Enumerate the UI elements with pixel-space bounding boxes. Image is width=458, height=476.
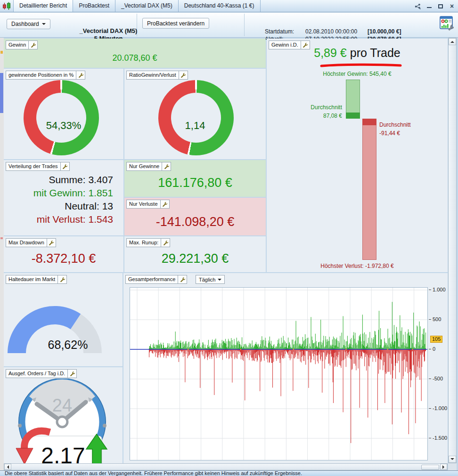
win-pct-wrench-button[interactable] [76, 71, 85, 79]
max-runup-value: 29.221,30 € [124, 251, 266, 266]
dashboard-label: Dashboard [11, 21, 39, 27]
scroll-left-button[interactable] [4, 464, 11, 470]
horizontal-scroll-thumb[interactable] [421, 465, 439, 470]
nur-gewinne-wrench-button[interactable] [162, 162, 171, 170]
haltedauer-title: Haltedauer im Markt [6, 275, 57, 283]
y-axis-tick [429, 408, 431, 409]
gesamtperformance-wrench-button[interactable] [178, 275, 187, 283]
gain-bars [149, 302, 426, 349]
candlestick-chart-icon [0, 0, 13, 12]
haltedauer-wrench-button[interactable] [57, 275, 66, 283]
period-dropdown[interactable]: Täglich [196, 275, 225, 284]
change-backtest-button[interactable]: ProBacktest verändern [142, 18, 209, 29]
y-axis-tick-label: 500 [433, 316, 441, 322]
y-axis-tick [429, 319, 431, 320]
scroll-up-button[interactable] [449, 38, 456, 45]
neutral-mark [387, 349, 388, 350]
wrench-icon [62, 164, 67, 169]
gewinn-title: Gewinn [6, 41, 28, 49]
gewinn-wrench-button[interactable] [28, 41, 37, 49]
ratio-header: RatioGewinn/Verlust [126, 71, 188, 80]
triangle-right-icon [442, 465, 446, 469]
ratio-wrench-button[interactable] [179, 71, 188, 79]
triangle-down-icon [450, 458, 454, 462]
wrench-icon [162, 202, 167, 207]
background-marker [0, 51, 3, 54]
window-controls: × [415, 0, 455, 12]
performance-bars-chart [130, 288, 427, 460]
max-runup-wrench-button[interactable] [161, 239, 170, 247]
nur-gewinne-title: Nur Gewinne [127, 162, 162, 170]
start-datetime: 02.08.2010 00:00:00 [305, 28, 368, 35]
wrench-icon [180, 277, 185, 282]
nur-verluste-header: Nur Verluste [126, 200, 170, 209]
tab-vectorial-dax[interactable]: _Vectorial DAX (M5) [115, 0, 179, 12]
wrench-icon [163, 240, 168, 245]
wrench-icon [60, 277, 65, 282]
orders-wrench-button[interactable] [67, 370, 76, 378]
y-axis-tick-label: -1.500 [433, 435, 447, 441]
background-window-edge [0, 38, 4, 470]
wrench-icon [303, 42, 308, 48]
avg-loss-label: Durchschnitt [379, 121, 411, 128]
background-marker2 [0, 237, 3, 239]
avg-win-label: Durchschnitt [311, 104, 342, 111]
gewinn-id-title: Gewinn i.D. [269, 41, 301, 49]
maximize-button[interactable] [437, 3, 444, 9]
share-icon[interactable] [415, 3, 421, 9]
close-button[interactable]: × [449, 3, 455, 9]
minimize-button[interactable] [426, 3, 433, 9]
y-axis-tick-label: -500 [433, 376, 443, 381]
current-value-marker: 105 [430, 336, 442, 343]
panel-ratio: RatioGewinn/Verlust 1,14 [124, 69, 266, 159]
triangle-up-icon [450, 39, 454, 43]
y-axis-tick-label: 0 [433, 346, 435, 352]
max-drawdown-wrench-button[interactable] [47, 239, 56, 247]
max-drawdown-value: -8.372,10 € [4, 251, 123, 266]
red-underline-annotation [319, 62, 402, 69]
tab-detaillierter-bericht[interactable]: Detaillierter Bericht [13, 0, 73, 12]
ratio-value: 1,14 [124, 120, 266, 132]
panel-max-drawdown: Max Drawdown -8.372,10 € [4, 236, 123, 272]
vertical-scrollbar[interactable] [448, 38, 457, 463]
chevron-down-icon [42, 23, 46, 27]
nur-verluste-title: Nur Verluste [127, 200, 160, 208]
nur-gewinne-value: 161.176,80 € [124, 176, 266, 190]
panel-gewinn: Gewinn 20.078,60 € [4, 39, 266, 68]
haltedauer-value: 68,62% [4, 338, 123, 352]
max-loss-bar [362, 119, 376, 260]
dashboard-dropdown[interactable]: Dashboard [7, 19, 50, 29]
gesamtperformance-header: Gesamtperformance [125, 275, 187, 284]
report-settings-icon[interactable] [440, 16, 454, 33]
neutral-mark [346, 349, 347, 350]
haltedauer-header: Haltedauer im Markt [6, 275, 67, 284]
sum-row: Summe: 3.407 [33, 173, 113, 186]
wrench-icon [31, 42, 36, 48]
scroll-down-button[interactable] [449, 456, 456, 463]
toolbar-separator2 [244, 14, 245, 36]
y-axis-tick [429, 379, 431, 379]
gewinn-id-header: Gewinn i.D. [269, 40, 310, 49]
tab-probacktest[interactable]: ProBacktest [73, 0, 115, 12]
panel-max-runup: Max. Runup: 29.221,30 € [124, 236, 266, 272]
panel-win-pct: gewinnende Positionen in % 54,33% [4, 69, 123, 159]
neutral-row: Neutral: 13 [33, 200, 113, 213]
gewinn-id-wrench-button[interactable] [301, 41, 310, 49]
horizontal-scrollbar[interactable] [4, 463, 448, 470]
performance-chart-plot[interactable] [130, 287, 428, 460]
win-pct-value: 54,33% [4, 120, 123, 132]
nur-gewinne-header: Nur Gewinne [126, 162, 171, 171]
scroll-right-button[interactable] [440, 464, 447, 470]
y-axis-tick-label: 1.000 [433, 287, 446, 292]
max-drawdown-title: Max Drawdown [6, 239, 47, 247]
nur-verluste-wrench-button[interactable] [160, 200, 169, 208]
panel-gesamtperformance: Gesamtperformance Täglich 1.0005000-500-… [123, 273, 448, 463]
orders-header: Ausgef. Orders / Tag i.D. [6, 369, 77, 378]
per-trade-suffix: pro Trade [347, 46, 401, 59]
neutral-mark [412, 349, 413, 350]
wrench-icon [70, 371, 75, 376]
max-drawdown-header: Max Drawdown [6, 238, 56, 247]
instrument-name: _Vectorial DAX (M5) [75, 27, 141, 35]
tab-deutschland40[interactable]: Deutschland 40-Kassa (1 €) [179, 0, 261, 12]
verteilung-wrench-button[interactable] [60, 162, 69, 170]
